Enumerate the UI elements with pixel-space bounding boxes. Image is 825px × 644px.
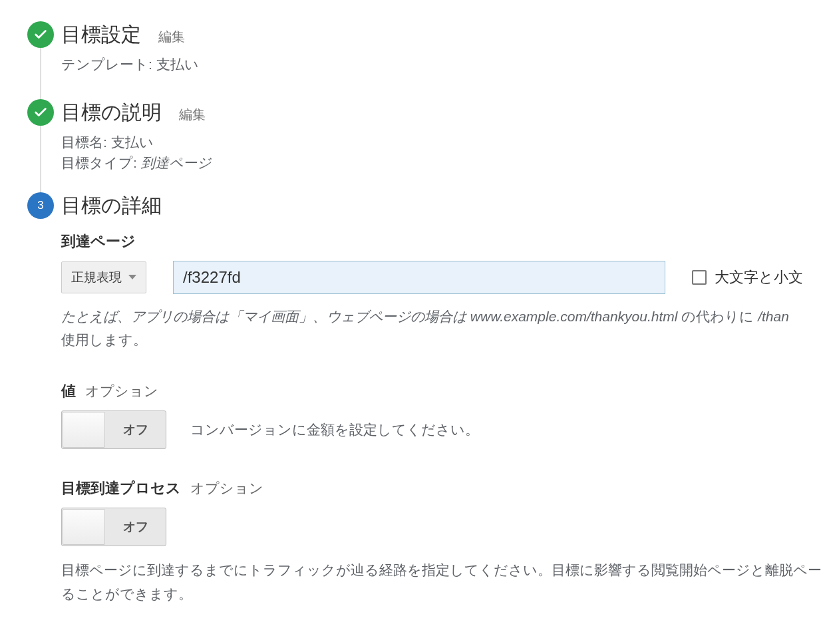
- step-connector-line: [40, 48, 41, 101]
- goal-name-value: 支払い: [111, 134, 154, 150]
- destination-row: 正規表現 大文字と小文: [61, 261, 825, 294]
- funnel-label: 目標到達プロセス: [61, 478, 181, 498]
- match-type-dropdown[interactable]: 正規表現: [61, 261, 146, 293]
- step-2-edit-link[interactable]: 編集: [179, 106, 206, 124]
- value-toggle-row: オフ コンバージョンに金額を設定してください。: [61, 410, 825, 449]
- step-1-meta: テンプレート: 支払い: [61, 54, 825, 75]
- value-label: 値: [61, 381, 76, 401]
- step-connector-line: [40, 126, 41, 192]
- goal-name-prefix: 目標名:: [61, 134, 111, 150]
- step-2-meta: 目標名: 支払い 目標タイプ: 到達ページ: [61, 132, 825, 174]
- funnel-desc: 目標ページに到達するまでにトラフィックが辿る経路を指定してください。目標に影響す…: [61, 558, 825, 605]
- value-optional-label: オプション: [85, 382, 158, 401]
- step-1-content: 目標設定 編集 テンプレート: 支払い: [61, 21, 825, 75]
- funnel-toggle[interactable]: オフ: [61, 508, 166, 546]
- step-3-icon-column: 3: [20, 192, 61, 219]
- funnel-desc-line-2: ることができます。: [61, 586, 192, 601]
- destination-helper: たとえば、アプリの場合は「マイ画面」、ウェブページの場合は www.exampl…: [61, 305, 825, 352]
- step-1-icon-column: [20, 21, 61, 48]
- helper-example-path: /than: [758, 309, 789, 324]
- step-1-template-value: 支払い: [156, 57, 199, 72]
- step-2-icon-column: [20, 99, 61, 126]
- toggle-knob: [63, 509, 105, 545]
- check-icon: [27, 99, 54, 126]
- helper-part-e: 使用します。: [61, 332, 147, 347]
- goal-type-prefix: 目標タイプ:: [61, 155, 141, 170]
- funnel-toggle-row: オフ: [61, 508, 825, 546]
- helper-part-a: たとえば、アプリの場合は「マイ画面」、ウェブページの場合は: [61, 309, 470, 324]
- value-desc: コンバージョンに金額を設定してください。: [190, 420, 479, 439]
- step-2-content: 目標の説明 編集 目標名: 支払い 目標タイプ: 到達ページ: [61, 99, 825, 174]
- step-1-edit-link[interactable]: 編集: [158, 28, 185, 46]
- step-3-goal-details: 3 目標の詳細 到達ページ 正規表現 大文字と小文 たとえば、アプリの場合は「マ…: [20, 192, 825, 645]
- case-sensitive-label: 大文字と小文: [715, 267, 803, 287]
- destination-label: 到達ページ: [61, 232, 825, 251]
- value-toggle[interactable]: オフ: [61, 410, 166, 449]
- case-sensitive-checkbox[interactable]: [692, 270, 707, 285]
- step-1-goal-setup: 目標設定 編集 テンプレート: 支払い: [20, 21, 825, 75]
- funnel-desc-line-1: 目標ページに到達するまでにトラフィックが辿る経路を指定してください。目標に影響す…: [61, 562, 822, 577]
- check-icon: [27, 21, 54, 48]
- goal-type-value: 到達ページ: [141, 155, 211, 170]
- value-toggle-state: オフ: [105, 421, 166, 438]
- destination-input[interactable]: [173, 261, 665, 294]
- step-number-badge: 3: [27, 192, 54, 219]
- step-1-template-prefix: テンプレート:: [61, 57, 156, 72]
- step-1-title: 目標設定: [61, 21, 141, 49]
- helper-part-c: の代わりに: [677, 309, 758, 324]
- step-3-title: 目標の詳細: [61, 192, 162, 220]
- helper-example-url: www.example.com/thankyou.html: [470, 309, 678, 324]
- chevron-down-icon: [128, 275, 136, 279]
- step-2-goal-description: 目標の説明 編集 目標名: 支払い 目標タイプ: 到達ページ: [20, 99, 825, 174]
- toggle-knob: [63, 412, 105, 448]
- value-section-header: 値 オプション: [61, 381, 825, 401]
- match-type-value: 正規表現: [71, 269, 122, 286]
- funnel-optional-label: オプション: [190, 479, 263, 498]
- case-sensitive-group: 大文字と小文: [692, 267, 803, 287]
- step-2-title: 目標の説明: [61, 99, 162, 126]
- funnel-section-header: 目標到達プロセス オプション: [61, 478, 825, 498]
- funnel-toggle-state: オフ: [105, 518, 166, 536]
- step-3-content: 目標の詳細 到達ページ 正規表現 大文字と小文 たとえば、アプリの場合は「マイ画…: [61, 192, 825, 645]
